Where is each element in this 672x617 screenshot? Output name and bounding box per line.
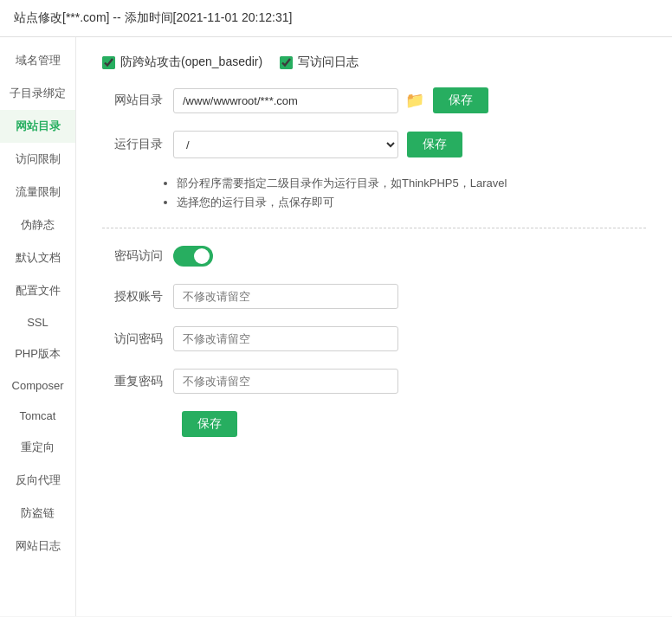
divider — [102, 228, 646, 228]
sidebar-item-redirect[interactable]: 重定向 — [0, 431, 75, 464]
sidebar-item-webdir[interactable]: 网站目录 — [0, 110, 75, 143]
sidebar-item-reverse-proxy[interactable]: 反向代理 — [0, 464, 75, 497]
auth-account-label: 授权账号 — [102, 289, 163, 305]
main-save-button[interactable]: 保存 — [182, 411, 237, 437]
hint-list: 部分程序需要指定二级目录作为运行目录，如ThinkPHP5，Laravel 选择… — [163, 176, 646, 210]
sidebar-item-subdir[interactable]: 子目录绑定 — [0, 77, 75, 110]
sidebar-item-rewrite[interactable]: 伪静态 — [0, 209, 75, 241]
write-log-input[interactable] — [280, 56, 293, 69]
sidebar-item-default-doc[interactable]: 默认文档 — [0, 241, 75, 274]
write-log-checkbox[interactable]: 写访问日志 — [280, 55, 359, 70]
anti-cross-site-input[interactable] — [102, 56, 115, 69]
main-content: 防跨站攻击(open_basedir) 写访问日志 网站目录 📁 保存 运行目录… — [76, 37, 672, 616]
anti-cross-site-checkbox[interactable]: 防跨站攻击(open_basedir) — [102, 55, 262, 70]
website-dir-save-button[interactable]: 保存 — [433, 87, 488, 113]
sidebar-item-website-log[interactable]: 网站日志 — [0, 530, 75, 562]
toggle-slider — [173, 246, 213, 267]
save-row: 保存 — [173, 411, 646, 437]
top-bar: 站点修改[***.com] -- 添加时间[2021-11-01 20:12:3… — [0, 0, 672, 37]
run-dir-save-button[interactable]: 保存 — [407, 132, 462, 157]
password-access-row: 密码访问 — [102, 246, 646, 267]
run-dir-label: 运行目录 — [102, 137, 163, 152]
write-log-label: 写访问日志 — [298, 55, 359, 70]
sidebar-item-hotlink[interactable]: 防盗链 — [0, 497, 75, 530]
run-dir-row: 运行目录 / /public /web 保存 — [102, 131, 646, 158]
sidebar-item-domain[interactable]: 域名管理 — [0, 44, 75, 77]
access-password-input[interactable] — [173, 326, 398, 351]
sidebar-item-config[interactable]: 配置文件 — [0, 274, 75, 307]
sidebar-item-ssl[interactable]: SSL — [0, 307, 75, 337]
repeat-password-row: 重复密码 — [102, 369, 646, 394]
access-password-row: 访问密码 — [102, 326, 646, 351]
checkbox-row: 防跨站攻击(open_basedir) 写访问日志 — [102, 55, 646, 70]
repeat-password-label: 重复密码 — [102, 374, 163, 389]
sidebar-item-php[interactable]: PHP版本 — [0, 337, 75, 370]
page-title: 站点修改[***.com] -- 添加时间[2021-11-01 20:12:3… — [14, 10, 292, 24]
layout: 域名管理 子目录绑定 网站目录 访问限制 流量限制 伪静态 默认文档 配置文件 … — [0, 37, 672, 616]
sidebar-item-traffic[interactable]: 流量限制 — [0, 176, 75, 209]
access-password-label: 访问密码 — [102, 331, 163, 347]
website-dir-input-wrap: 📁 保存 — [173, 87, 488, 113]
anti-cross-site-label: 防跨站攻击(open_basedir) — [120, 55, 262, 70]
website-dir-label: 网站目录 — [102, 93, 163, 108]
sidebar-item-access[interactable]: 访问限制 — [0, 143, 75, 176]
hint-item-2: 选择您的运行目录，点保存即可 — [177, 195, 646, 210]
password-access-toggle[interactable] — [173, 246, 213, 267]
hint-item-1: 部分程序需要指定二级目录作为运行目录，如ThinkPHP5，Laravel — [177, 176, 646, 191]
run-dir-select[interactable]: / /public /web — [173, 131, 398, 158]
sidebar-item-composer[interactable]: Composer — [0, 370, 75, 401]
repeat-password-input[interactable] — [173, 369, 398, 394]
auth-account-input[interactable] — [173, 284, 398, 309]
auth-account-row: 授权账号 — [102, 284, 646, 309]
website-dir-input[interactable] — [173, 88, 398, 113]
folder-icon[interactable]: 📁 — [405, 91, 424, 110]
password-access-label: 密码访问 — [102, 248, 163, 264]
sidebar-item-tomcat[interactable]: Tomcat — [0, 401, 75, 431]
sidebar: 域名管理 子目录绑定 网站目录 访问限制 流量限制 伪静态 默认文档 配置文件 … — [0, 37, 76, 616]
website-dir-row: 网站目录 📁 保存 — [102, 87, 646, 113]
